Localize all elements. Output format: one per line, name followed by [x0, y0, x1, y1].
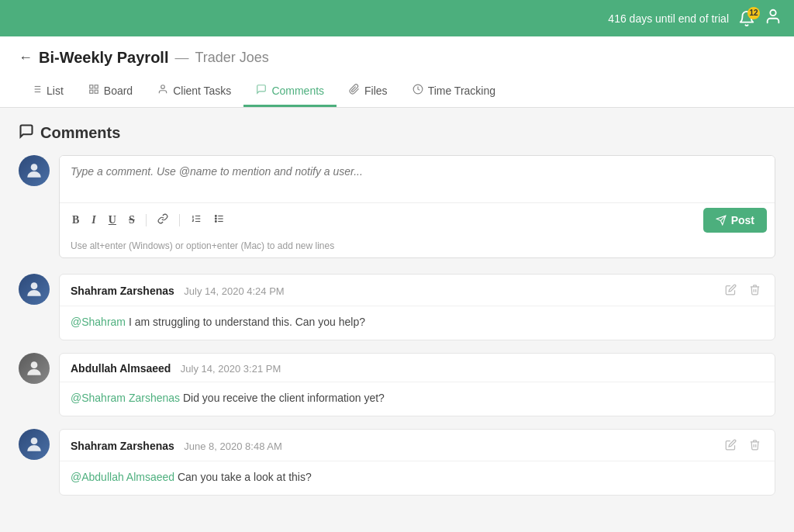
breadcrumb: ← Bi-Weekly Payroll — Trader Joes [19, 49, 775, 67]
comment-date: July 14, 2020 3:21 PM [181, 363, 281, 375]
edit-comment-button[interactable] [722, 437, 740, 454]
avatar [19, 429, 50, 460]
svg-point-0 [770, 10, 775, 16]
svg-point-27 [31, 437, 38, 444]
trial-text: 416 days until end of trial [608, 12, 729, 25]
underline-button[interactable]: U [104, 211, 121, 230]
delete-comment-button[interactable] [746, 282, 764, 299]
comments-section-icon [19, 123, 34, 143]
svg-point-13 [31, 164, 38, 171]
composer-hint: Use alt+enter (Windows) or option+enter … [60, 237, 775, 257]
comment-text: @Abdullah Almsaeed Can you take a look a… [60, 461, 775, 495]
client-tasks-icon [157, 84, 168, 97]
comment-content: Can you take a look at this? [178, 471, 312, 483]
tab-list-label: List [47, 85, 64, 97]
notification-badge: 12 [747, 7, 760, 19]
mention: @Shahram Zarshenas [71, 392, 180, 404]
svg-point-21 [215, 218, 216, 219]
comment-header: Shahram Zarshenas June 8, 2020 8:48 AM [60, 430, 775, 461]
tab-navigation: List Board Client Tasks Comments [19, 76, 775, 107]
svg-point-22 [215, 221, 216, 223]
comments-tab-icon [256, 84, 267, 97]
tab-board[interactable]: Board [76, 76, 145, 107]
client-name: Trader Joes [195, 50, 268, 66]
edit-comment-button[interactable] [722, 282, 740, 299]
comment-actions [722, 437, 764, 454]
main-content: Comments B I U S [0, 108, 794, 532]
comment-author-info: Shahram Zarshenas June 8, 2020 8:48 AM [71, 439, 282, 453]
page-header: ← Bi-Weekly Payroll — Trader Joes List B… [0, 36, 794, 108]
ordered-list-button[interactable] [186, 210, 206, 230]
delete-comment-button[interactable] [746, 437, 764, 454]
tab-time-tracking-label: Time Tracking [428, 85, 495, 97]
tab-comments-label: Comments [271, 85, 324, 97]
comment-text: @Shahram Zarshenas Did you receive the c… [60, 382, 775, 416]
comments-section-title: Comments [40, 124, 120, 142]
svg-point-20 [215, 216, 216, 217]
format-buttons: B I U S [67, 210, 230, 230]
svg-point-26 [31, 361, 38, 368]
tab-client-tasks-label: Client Tasks [173, 85, 231, 97]
tab-files[interactable]: Files [337, 76, 400, 107]
section-title: Comments [19, 123, 775, 143]
topbar: 416 days until end of trial 12 [0, 0, 794, 36]
avatar [19, 274, 50, 305]
comment-body: Abdullah Almsaeed July 14, 2020 3:21 PM … [59, 353, 775, 416]
svg-rect-7 [90, 85, 93, 88]
tab-board-label: Board [104, 85, 133, 97]
comment-author-info: Abdullah Almsaeed July 14, 2020 3:21 PM [71, 361, 281, 375]
post-button[interactable]: Post [703, 208, 767, 233]
comment-card: Shahram Zarshenas July 14, 2020 4:24 PM … [19, 274, 775, 340]
svg-rect-8 [95, 85, 98, 88]
comment-input[interactable] [60, 156, 775, 199]
svg-rect-9 [95, 90, 98, 93]
files-icon [349, 84, 360, 97]
strikethrough-button[interactable]: S [124, 211, 140, 230]
tab-time-tracking[interactable]: Time Tracking [400, 76, 508, 107]
comment-body: Shahram Zarshenas June 8, 2020 8:48 AM @… [59, 429, 775, 496]
composer-toolbar: B I U S [60, 202, 775, 237]
tab-list[interactable]: List [19, 76, 76, 107]
mention: @Abdullah Almsaeed [71, 471, 174, 483]
avatar [19, 353, 50, 384]
comment-composer-area: B I U S [19, 155, 775, 258]
italic-button[interactable]: I [87, 211, 100, 230]
comment-content: I am struggling to understand this. Can … [129, 316, 365, 328]
mention: @Shahram [71, 316, 126, 328]
board-icon [88, 84, 99, 97]
link-button[interactable] [153, 210, 173, 230]
notifications-button[interactable]: 12 [738, 10, 755, 27]
toolbar-separator-2 [179, 214, 180, 226]
comment-composer: B I U S [59, 155, 775, 258]
toolbar-separator-1 [146, 214, 147, 226]
time-tracking-icon [413, 84, 423, 97]
svg-point-25 [31, 282, 38, 289]
list-icon [31, 84, 42, 97]
comment-content: Did you receive the client information y… [183, 392, 385, 404]
user-menu-icon[interactable] [765, 8, 782, 29]
comment-author-info: Shahram Zarshenas July 14, 2020 4:24 PM [71, 284, 285, 298]
comment-author: Abdullah Almsaeed [71, 362, 171, 375]
bold-button[interactable]: B [67, 211, 84, 230]
comment-header: Shahram Zarshenas July 14, 2020 4:24 PM [60, 275, 775, 306]
project-title: Bi-Weekly Payroll [39, 49, 168, 67]
svg-rect-10 [90, 90, 93, 93]
current-user-avatar [19, 155, 50, 186]
comment-date: July 14, 2020 4:24 PM [184, 285, 284, 297]
comment-body: Shahram Zarshenas July 14, 2020 4:24 PM … [59, 274, 775, 340]
comment-date: June 8, 2020 8:48 AM [184, 440, 281, 452]
back-button[interactable]: ← [19, 50, 33, 66]
tab-files-label: Files [364, 85, 388, 97]
comment-author: Shahram Zarshenas [71, 285, 174, 297]
comment-actions [722, 282, 764, 299]
svg-point-11 [161, 85, 165, 89]
comment-card: Abdullah Almsaeed July 14, 2020 3:21 PM … [19, 353, 775, 416]
comment-text: @Shahram I am struggling to understand t… [60, 306, 775, 340]
separator: — [174, 50, 188, 66]
comment-author: Shahram Zarshenas [71, 440, 174, 452]
comment-header: Abdullah Almsaeed July 14, 2020 3:21 PM [60, 354, 775, 382]
tab-client-tasks[interactable]: Client Tasks [145, 76, 243, 107]
comment-card: Shahram Zarshenas June 8, 2020 8:48 AM @… [19, 429, 775, 496]
unordered-list-button[interactable] [209, 210, 230, 230]
tab-comments[interactable]: Comments [243, 76, 337, 107]
